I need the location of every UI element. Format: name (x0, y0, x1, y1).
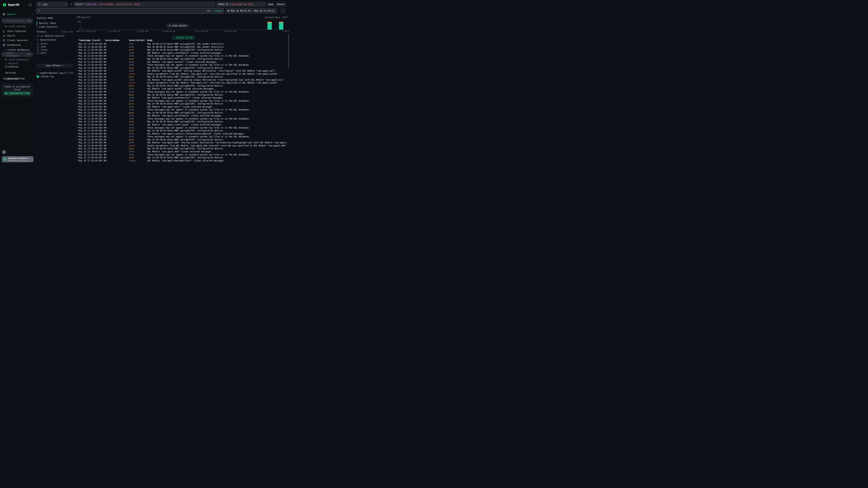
col-header-body[interactable]: Body (147, 39, 152, 41)
expand-row-chevron-icon[interactable] (77, 100, 78, 101)
histogram-bar[interactable] (268, 22, 272, 30)
log-row[interactable]: May 16 11:38:40.683 AMwarnMay 16 00:30:0… (75, 48, 289, 52)
log-row[interactable]: May 16 11:38:40.683 AMinfoMay 16 00:06:0… (75, 45, 289, 48)
expand-row-chevron-icon[interactable] (77, 130, 78, 131)
checkbox[interactable] (37, 43, 39, 45)
checkbox[interactable] (37, 46, 39, 48)
sidebar-item-dashboards[interactable]: Dashboards (3, 43, 33, 46)
expand-row-chevron-icon[interactable] (77, 154, 78, 155)
denoise-results-toggle[interactable]: Denoise Results (37, 35, 73, 37)
expand-row-chevron-icon[interactable] (77, 151, 78, 152)
log-row[interactable]: May 16 11:38:40.683 AMinfoThose messages… (75, 135, 289, 138)
log-row[interactable]: May 16 11:38:40.683 AMwarnMay 16 00:30:0… (75, 102, 289, 105)
column-resize-handle[interactable] (127, 40, 128, 40)
checkbox[interactable] (37, 52, 39, 54)
view-events-button[interactable]: View Events (166, 24, 189, 28)
expand-row-chevron-icon[interactable] (77, 55, 78, 57)
histogram-bar[interactable] (279, 22, 283, 30)
analysis-mode-results-table[interactable]: Results Table (37, 22, 73, 25)
saved-searches-input[interactable]: Saved Searches ⌘ K (1, 18, 33, 24)
col-header-severitytext[interactable]: SeverityText (129, 39, 145, 41)
table-options-kebab-icon[interactable] (287, 40, 288, 40)
log-row[interactable]: May 16 11:38:40.683 AMinfoASL Module "co… (75, 96, 289, 99)
expand-row-chevron-icon[interactable] (77, 85, 78, 87)
sidebar-item-team-settings[interactable]: Team Settings (3, 77, 33, 80)
log-row[interactable]: May 16 11:38:40.683 AMinfoThose messages… (75, 55, 289, 58)
expand-row-chevron-icon[interactable] (77, 118, 78, 120)
log-row[interactable]: May 16 11:38:40.683 AMinfoASL Module "co… (75, 141, 289, 144)
save-button[interactable]: Save (267, 2, 275, 7)
log-row[interactable]: May 16 11:38:40.683 AMinfoASL Module "co… (75, 150, 289, 153)
select-columns-input[interactable]: SELECT Timestamp, ServiceName, SeverityT… (73, 2, 215, 7)
log-row[interactable]: May 16 11:38:40.683 AMwarnMay 16 00:30:0… (75, 111, 289, 115)
expand-row-chevron-icon[interactable] (77, 142, 78, 143)
expand-row-chevron-icon[interactable] (77, 145, 78, 147)
expand-row-chevron-icon[interactable] (77, 67, 78, 68)
log-row[interactable]: May 16 11:38:40.683 AMerrorOutput parame… (75, 72, 289, 75)
log-row[interactable]: May 16 11:38:40.683 AMinfoASL Module "co… (75, 132, 289, 135)
language-lucene-toggle[interactable]: Lucene (214, 9, 222, 12)
search-query-input[interactable] (38, 9, 206, 12)
expand-row-chevron-icon[interactable] (77, 94, 78, 95)
log-row[interactable]: May 16 11:38:40.683 AMinfoThose messages… (75, 126, 289, 129)
order-by-input[interactable]: ORDER BY TimestampTime DESC (216, 2, 266, 7)
denoise-checkbox[interactable] (37, 35, 39, 37)
expand-row-chevron-icon[interactable] (77, 58, 78, 60)
log-row[interactable]: May 16 11:38:40.683 AMinfoThose messages… (75, 153, 289, 156)
expand-row-chevron-icon[interactable] (77, 97, 78, 98)
expand-row-chevron-icon[interactable] (77, 112, 78, 113)
sidebar-item-search[interactable]: Search (3, 12, 33, 16)
get-started-button[interactable]: Get Started for Free (4, 91, 31, 95)
sidebar-item-chart-explorer[interactable]: Chart Explorer (3, 29, 33, 33)
language-sql-toggle[interactable]: SQL (207, 9, 211, 12)
expand-row-chevron-icon[interactable] (77, 73, 78, 74)
log-row[interactable]: May 16 11:38:40.683 AMwarnMay 16 00:30:0… (75, 147, 289, 150)
log-row[interactable]: May 16 11:38:40.683 AMwarnMay 16 00:30:0… (75, 58, 289, 61)
expand-row-chevron-icon[interactable] (77, 46, 78, 48)
expand-row-chevron-icon[interactable] (77, 148, 78, 149)
expand-row-chevron-icon[interactable] (77, 52, 78, 54)
resume-live-tail-button[interactable]: Resume Live Tail (172, 36, 194, 39)
expand-row-chevron-icon[interactable] (77, 106, 78, 107)
log-row[interactable]: May 16 11:38:40.683 AMinfoASL Module "co… (75, 123, 289, 126)
log-row[interactable]: May 16 11:38:40.683 AMinfoMay 16 00:21:1… (75, 42, 289, 45)
column-resize-handle[interactable] (103, 40, 103, 40)
source-settings-gear-icon[interactable] (70, 3, 72, 6)
expand-row-chevron-icon[interactable] (77, 70, 78, 72)
analysis-mode-event-patterns[interactable]: Event Patterns (37, 25, 73, 29)
log-row[interactable]: May 16 11:38:40.683 AMinfoThose messages… (75, 90, 289, 93)
saved-dashboards-input[interactable]: Saved Dashboards ⌘ K (1, 52, 33, 57)
expand-row-chevron-icon[interactable] (77, 61, 78, 63)
expand-row-chevron-icon[interactable] (77, 43, 78, 45)
log-row[interactable]: May 16 11:38:40.683 AMwarnMay 16 00:30:0… (75, 138, 289, 141)
date-range-picker[interactable]: May 16 08:41:51 - May 16 11:41:51 (225, 8, 277, 13)
presets-toggle[interactable]: PRESETS (5, 62, 19, 65)
col-header-servicename[interactable]: ServiceName (105, 39, 119, 41)
user-menu[interactable]: D demos@clickhouse.com demos@clickhouse.… (2, 156, 33, 162)
filter-option-info[interactable]: info (37, 45, 73, 48)
filter-option-system.log[interactable]: ✓system.log (37, 75, 73, 78)
help-button[interactable]: ? (2, 150, 6, 154)
run-query-button[interactable] (280, 8, 286, 13)
expand-row-chevron-icon[interactable] (77, 109, 78, 110)
clear-file-filter-link[interactable]: Clear (67, 72, 74, 74)
log-row[interactable]: May 16 11:38:40.683 AMwarnMay 16 00:30:0… (75, 156, 289, 159)
sidebar-item-alerts[interactable]: Alerts (3, 34, 33, 37)
log-row[interactable]: May 16 11:38:40.683 AMerrorOutput parame… (75, 144, 289, 147)
expand-row-chevron-icon[interactable] (77, 121, 78, 122)
filter-option-trace[interactable]: trace (37, 48, 73, 51)
log-row[interactable]: May 16 11:38:40.683 AMerrorOutput parame… (75, 81, 289, 85)
expand-row-chevron-icon[interactable] (77, 82, 78, 84)
expand-row-chevron-icon[interactable] (77, 115, 78, 117)
expand-row-chevron-icon[interactable] (77, 124, 78, 125)
expand-row-chevron-icon[interactable] (77, 76, 78, 77)
expand-row-chevron-icon[interactable] (77, 136, 78, 137)
preset-dashboard-services[interactable]: Services (0, 71, 35, 74)
log-row[interactable]: May 16 11:38:40.683 AMinfoASL Module "co… (75, 60, 289, 63)
scrollbar-thumb[interactable] (288, 34, 289, 68)
log-row[interactable]: May 16 11:38:40.683 AMwarnMay 16 00:30:0… (75, 66, 289, 69)
expand-row-chevron-icon[interactable] (77, 139, 78, 140)
clear-all-link[interactable]: Clear all (62, 31, 73, 33)
expand-row-chevron-icon[interactable] (77, 103, 78, 104)
expand-row-chevron-icon[interactable] (77, 160, 78, 161)
